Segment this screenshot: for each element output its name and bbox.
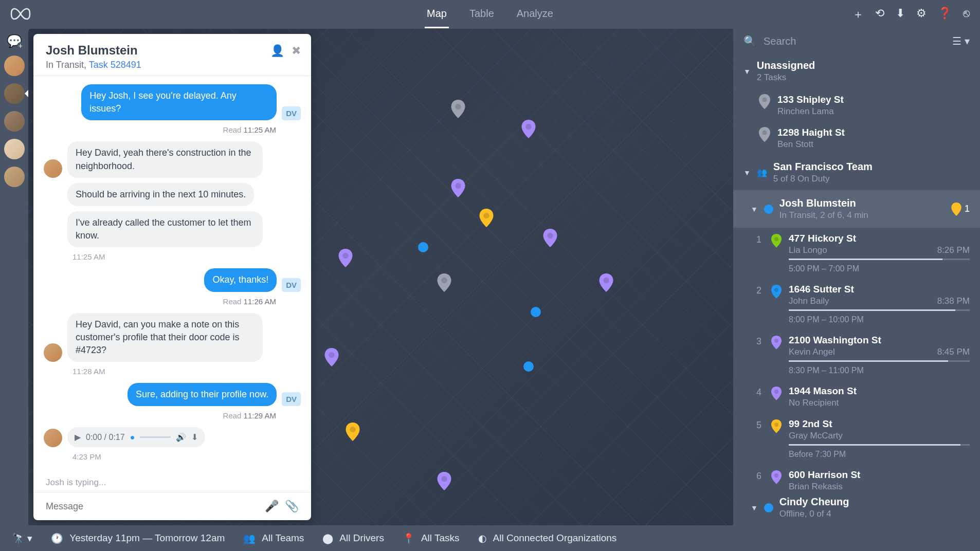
stop-item[interactable]: 599 2nd StGray McCartyBefore 7:30 PM [733,413,980,464]
chat-input-row: 🎤 📎 [33,492,311,520]
play-icon[interactable]: ▶ [75,432,81,442]
unassigned-header[interactable]: ▼ Unassigned 2 Tasks [733,53,980,89]
team-icon: 👥 [757,168,767,177]
svg-point-10 [441,476,447,482]
search-input[interactable] [764,35,945,47]
map-pin[interactable] [451,100,465,118]
search-row: 🔍 ☰ ▾ [733,29,980,53]
svg-point-5 [342,253,348,259]
task-item[interactable]: 1298 Haight StBen Stott [733,122,980,155]
logo [10,5,31,24]
time-filter[interactable]: 🕐Yesterday 11pm — Tomorrow 12am [51,532,225,544]
download-icon[interactable]: ⬇ [191,432,198,442]
caret-icon: ▼ [743,67,751,76]
map-pin[interactable] [451,179,465,197]
message-in: Hey David, can you make a note on this c… [67,313,263,362]
avatar [44,159,62,178]
map-pin[interactable] [338,249,353,267]
drivers-filter[interactable]: ⬤All Drivers [322,532,384,544]
team-icon: 👥 [243,532,256,544]
map-pin[interactable] [543,229,557,247]
svg-point-13 [774,237,778,241]
teams-filter[interactable]: 👥All Teams [243,532,304,544]
avatar [44,343,62,362]
close-icon[interactable]: ✖ [292,44,301,58]
svg-point-8 [329,352,334,358]
stop-item[interactable]: 41944 Mason StNo Recipient [733,380,980,413]
top-icons: ＋ ⟲ ⬇ ⚙ ❓ ⎋ [852,7,970,22]
binoculars-icon[interactable]: 🔭 ▾ [12,532,32,544]
gear-icon[interactable]: ⚙ [916,7,927,22]
svg-point-12 [762,130,767,135]
badge: DV [282,278,301,292]
chat-name: Josh Blumstein [46,43,299,58]
tasks-filter[interactable]: 📍All Tasks [403,532,460,544]
search-icon[interactable]: 🔍 [743,35,756,47]
sidebar: 🔍 ☰ ▾ ▼ Unassigned 2 Tasks 133 Shipley S… [733,29,980,525]
download-icon[interactable]: ⬇ [896,7,905,22]
message-in: Should be arriving in the next 10 minute… [67,183,254,206]
map-pin[interactable] [324,348,339,366]
driver-header[interactable]: ▼ Josh Blumstein In Transit, 2 of 6, 4 m… [733,190,980,228]
svg-point-4 [547,233,553,238]
badge: DV [282,392,301,406]
chat-panel: Josh Blumstein In Transit, Task 528491 👤… [33,34,311,520]
avatar [44,429,62,447]
map-pin[interactable] [523,361,534,372]
tab-analyze[interactable]: Analyze [515,1,555,28]
pin-icon: 📍 [403,532,415,544]
avatar-1[interactable] [4,56,25,76]
svg-point-18 [774,473,778,477]
audio-message[interactable]: ▶0:00 / 0:17●🔊⬇ [67,427,205,447]
svg-point-2 [456,183,461,189]
stop-item[interactable]: 21646 Sutter StJohn Baily8:38 PM8:00 PM … [733,279,980,329]
map-pin[interactable] [479,209,494,227]
map-pin[interactable] [437,273,451,292]
leftbar: 💬 [0,29,28,525]
avatar-3[interactable] [4,111,25,132]
stop-item[interactable]: 6600 Harrison StBrian Rekasis [733,464,980,490]
map-pin[interactable] [437,472,451,490]
svg-point-9 [350,427,355,432]
svg-point-14 [774,288,778,292]
tab-table[interactable]: Table [467,1,496,28]
import-icon[interactable]: ⟲ [875,7,884,22]
list-view-icon[interactable]: ☰ ▾ [952,35,970,47]
driver2-header[interactable]: ▼ Cindy Cheung Offline, 0 of 4 [733,490,980,525]
bottombar: 🔭 ▾ 🕐Yesterday 11pm — Tomorrow 12am 👥All… [0,525,980,551]
map-pin[interactable] [599,273,613,292]
stop-item[interactable]: 1477 Hickory StLia Longo8:26 PM5:00 PM –… [733,228,980,279]
attach-icon[interactable]: 📎 [285,500,299,513]
chat-input[interactable] [46,501,259,512]
map-pin[interactable] [531,307,541,317]
team-header[interactable]: ▼ 👥 San Francisco Team 5 of 8 On Duty [733,155,980,190]
map-area[interactable]: Josh Blumstein In Transit, Task 528491 👤… [28,29,733,525]
avatar-4[interactable] [4,139,25,159]
map-pin[interactable] [521,120,536,138]
svg-point-0 [456,104,461,109]
svg-point-16 [774,390,778,394]
avatar-2[interactable] [4,83,25,104]
chat-add-icon[interactable]: 💬 [7,34,22,48]
svg-point-11 [762,97,767,102]
avatar-5[interactable] [4,167,25,187]
task-item[interactable]: 133 Shipley StRinchen Lama [733,89,980,122]
chat-body: Hey Josh, I see you're delayed. Any issu… [33,76,311,473]
stop-item[interactable]: 32100 Washington StKevin Angel8:45 PM8:3… [733,329,980,380]
help-icon[interactable]: ❓ [938,7,952,22]
volume-icon[interactable]: 🔊 [176,432,186,442]
caret-icon: ▼ [743,169,751,177]
map-pin[interactable] [418,242,428,252]
chat-task-link[interactable]: Task 528491 [89,60,141,70]
circle-icon: ⬤ [322,532,333,544]
orgs-filter[interactable]: ◐All Connected Organizations [478,532,617,544]
tab-map[interactable]: Map [425,1,449,28]
svg-point-17 [774,423,778,427]
mic-icon[interactable]: 🎤 [265,500,279,513]
profile-icon[interactable]: 👤 [270,44,284,58]
chat-status: In Transit, Task 528491 [46,60,299,70]
map-pin[interactable] [346,423,360,441]
logout-icon[interactable]: ⎋ [963,7,970,22]
message-out: Okay, thanks! [204,268,277,291]
add-icon[interactable]: ＋ [852,7,864,22]
